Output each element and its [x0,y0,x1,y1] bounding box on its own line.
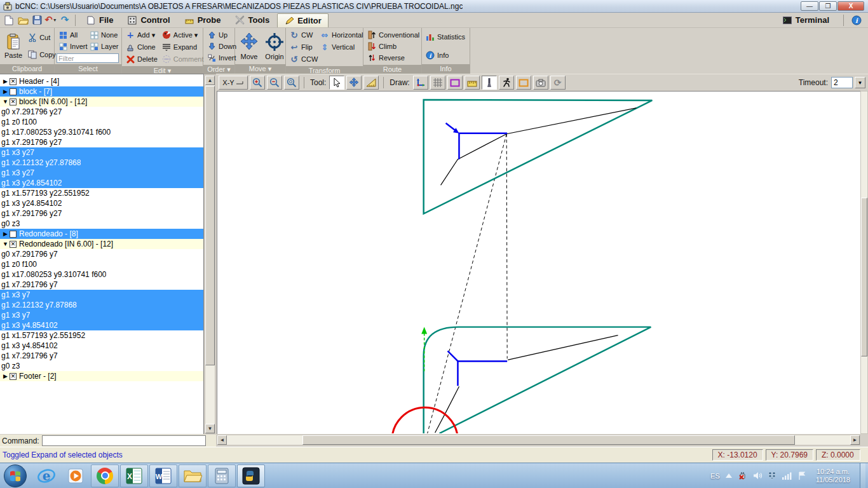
info-circle-icon[interactable]: i [851,15,862,25]
select-all-button[interactable]: All [57,29,86,41]
enable-checkbox[interactable]: ✕ [10,373,17,380]
tab-terminal[interactable]: Terminal [776,13,836,27]
conventional-button[interactable]: Conventional [365,29,419,41]
ruler-tool-button[interactable] [363,76,379,90]
order-up-button[interactable]: Up [205,29,233,41]
copy-button[interactable]: Copy [26,49,57,60]
tree-block-row[interactable]: ▶✕Header - [4] [0,76,203,86]
taskbar-bcnc-python-icon[interactable] [237,464,265,487]
tree-gcode-row[interactable]: g1 x3 y24.854102 [0,178,203,188]
move-button[interactable]: Move [237,32,261,61]
canvas-vscrollbar[interactable] [860,91,868,434]
draw-camera-button[interactable] [533,76,548,90]
tab-probe[interactable]: Probe [178,13,227,27]
origin-button[interactable]: Origin [262,32,287,61]
zoom-in-button[interactable] [250,76,265,90]
enable-checkbox[interactable] [10,88,17,95]
mirror-vertical-button[interactable]: ⇕ Vertical [318,41,365,53]
draw-margin-button[interactable] [447,76,463,90]
tree-gcode-row[interactable]: g0 x7.291796 y7 [0,249,203,259]
tree-gcode-row[interactable]: g1 x3 y7 [0,310,203,320]
tree-block-row[interactable]: ▼✕Redondeado [IN 6.00] - [12] [0,239,203,249]
tree-block-row[interactable]: ▶Redondeado - [8] [0,229,203,239]
draw-probe-button[interactable] [465,76,480,90]
tree-gcode-row[interactable]: g0 x7.291796 y27 [0,107,203,117]
gcode-canvas[interactable] [217,91,860,434]
tray-expand-icon[interactable] [726,473,732,478]
timeout-value[interactable]: 2 [831,77,853,88]
new-file-icon[interactable] [3,14,15,27]
expand-arrow-icon[interactable]: ▶ [1,86,10,97]
collapse-arrow-icon[interactable]: ▼ [1,97,10,107]
expand-arrow-icon[interactable]: ▶ [1,371,10,381]
canvas-vscrollbar-thumb[interactable] [861,198,867,356]
tree-gcode-row[interactable]: g1 x3 y24.854102 [0,198,203,208]
rotate-cw-button[interactable]: ↻ CW [288,29,317,41]
tree-gcode-row[interactable]: g1 x7.291796 y27 [0,208,203,219]
mirror-horizontal-button[interactable]: ⇔ Horizontal [318,29,365,41]
paste-button[interactable]: Paste [2,29,25,63]
tree-gcode-row[interactable]: g0 z3 [0,361,203,371]
tree-block-row[interactable]: ▶✕Footer - [2] [0,371,203,381]
tree-gcode-row[interactable]: g1 z0 f100 [0,117,203,127]
select-invert-button[interactable]: Invert [57,41,86,52]
restore-button[interactable]: ❐ [819,1,837,11]
scroll-left-icon[interactable]: ◄ [217,435,227,445]
show-desktop-button[interactable] [860,463,865,488]
pan-tool-button[interactable] [346,76,362,90]
redo-icon[interactable]: ↷ [58,14,71,27]
reverse-button[interactable]: Reverse [365,52,419,64]
tree-gcode-row[interactable]: g1 x7.291796 y27 [0,137,203,147]
close-button[interactable]: X [837,1,864,11]
add-button[interactable]: + Add ▾ [124,29,159,41]
filter-input[interactable] [57,53,119,63]
canvas-hscrollbar-thumb[interactable] [302,435,795,445]
clone-button[interactable]: Clone [124,41,159,53]
statistics-button[interactable]: Statistics [424,31,468,43]
collapse-arrow-icon[interactable]: ▼ [1,239,10,249]
tree-gcode-row[interactable]: g1 x17.080253 y29.310741 f600 [0,127,203,137]
draw-grid-button[interactable] [430,76,445,90]
dropbox-icon[interactable] [768,471,776,480]
tree-scrollbar[interactable]: ▲ ▼ [205,75,215,434]
tree-gcode-row[interactable]: g0 z3 [0,219,203,229]
zoom-out-button[interactable] [267,76,282,90]
draw-paths-button[interactable] [482,76,497,90]
tray-clock[interactable]: 10:24 a.m. 11/05/2018 [816,468,850,484]
tree-gcode-row[interactable]: g1 x3 y27 [0,168,203,178]
tree-gcode-row[interactable]: g1 x3 y4.854102 [0,341,203,351]
scroll-right-icon[interactable]: ► [850,435,860,445]
tree-scrollbar-thumb[interactable] [205,86,215,365]
network-signal-icon[interactable] [782,472,792,480]
climb-button[interactable]: Climb [365,41,419,52]
flip-button[interactable]: ↩ Flip [288,41,317,53]
canvas-hscrollbar[interactable]: ◄ ► [217,435,860,445]
taskbar-explorer-icon[interactable] [179,464,207,487]
delete-button[interactable]: Delete [124,53,159,65]
tree-gcode-row[interactable]: g1 x7.291796 y7 [0,351,203,361]
expand-button[interactable]: Expand [160,41,205,53]
taskbar-excel-icon[interactable]: X [120,464,148,487]
command-input[interactable] [42,435,206,446]
scroll-up-icon[interactable]: ▲ [205,76,215,85]
tree-gcode-row[interactable]: g1 x7.291796 y7 [0,280,203,290]
taskbar-mediaplayer-icon[interactable] [62,464,90,487]
order-down-button[interactable]: Down [205,41,233,52]
draw-axes-button[interactable] [413,76,428,90]
comment-button[interactable]: Comment [160,53,205,65]
pointer-tool-button[interactable] [329,76,344,90]
undo-icon[interactable]: ↶▼ [44,14,57,27]
cut-button[interactable]: Cut [26,32,57,43]
start-button[interactable] [4,464,27,487]
tab-tools[interactable]: Tools [228,13,276,27]
tree-gcode-row[interactable]: g1 x3 y4.854102 [0,320,203,330]
minimize-button[interactable]: — [801,1,818,11]
select-none-button[interactable]: None [88,29,119,41]
draw-rapid-button[interactable] [499,76,514,90]
enable-checkbox[interactable] [10,231,17,238]
tree-block-row[interactable]: ▼✕block [IN 6.00] - [12] [0,97,203,107]
taskbar-ie-icon[interactable]: e [32,464,60,487]
enable-checkbox[interactable]: ✕ [10,78,17,85]
tree-gcode-row[interactable]: g1 x3 y7 [0,290,203,300]
tree-gcode-row[interactable]: g1 x1.577193 y2.551952 [0,330,203,341]
